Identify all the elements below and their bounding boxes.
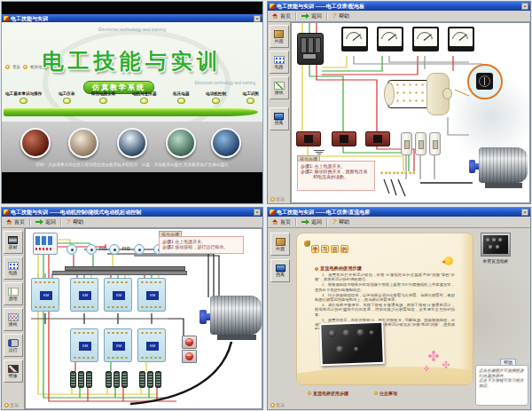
product-photo-motor (166, 128, 196, 158)
plug-icon (8, 339, 19, 347)
fuse-label: FU1 (99, 247, 107, 251)
back-arrow-icon (35, 219, 43, 225)
toolbar-separator (29, 218, 31, 226)
circuit-breaker[interactable] (297, 33, 324, 65)
menu-item-instruments[interactable]: 电工仪表 (59, 91, 74, 104)
sidebar-item-principle[interactable]: 原理 (4, 282, 23, 305)
menu-item-motor-control[interactable]: 电动机控制 (206, 91, 226, 104)
music-corner[interactable]: 音乐 (270, 196, 285, 202)
schematic-icon (8, 288, 19, 296)
sidebar-item-simulation[interactable]: 仿真 (270, 259, 290, 282)
english-tagline-sub: Electrician technology and training (194, 81, 255, 85)
main-menu: 电工基本常识与操作 电工仪表 照明电路安装 电机与变压器 低压电器 电动机控制 … (5, 91, 259, 104)
current-transformer (365, 131, 390, 146)
toolbar: 首页 返回 ?帮助 (268, 11, 530, 22)
green-swoosh-bar (4, 107, 258, 116)
menu-item-motor-transformer[interactable]: 电机与变压器 (132, 91, 157, 104)
home-button[interactable]: 首页 (270, 12, 293, 21)
menu-oval-icon[interactable] (20, 98, 27, 104)
titlebar[interactable]: 电工技能与实训 ——电动机控制\绕线式电动机起动控制 × (2, 208, 262, 217)
menu-item-basics[interactable]: 电工基本常识与操作 (5, 91, 42, 104)
contactor: KM (137, 328, 166, 362)
resistor-coil (113, 371, 120, 388)
close-icon[interactable]: × (521, 209, 528, 216)
sidebar-item-equipment[interactable]: 器材 (4, 231, 23, 254)
sidebar-item-simulation[interactable]: 仿真 (270, 107, 289, 130)
operation-steps: 步骤1: 合上电源开关。 步骤2: 拨动转换开关，观察电压表 和电流表的读数。 (297, 161, 375, 191)
switch-knob[interactable] (442, 88, 452, 99)
terminal-strip (380, 171, 415, 174)
back-button[interactable]: 返回 (300, 217, 324, 227)
back-button[interactable]: 返回 (34, 217, 58, 227)
ground-symbol (313, 149, 325, 155)
close-icon[interactable]: × (254, 209, 261, 216)
close-icon[interactable]: × (254, 15, 261, 22)
menu-item-lowvoltage[interactable]: 低压电器 (173, 91, 189, 104)
breaker-handle[interactable] (302, 53, 317, 59)
sidebar-item-circuit[interactable]: 电路 (270, 51, 289, 74)
rotary-switch[interactable] (387, 71, 451, 117)
window-icon (270, 4, 275, 9)
titlebar[interactable]: 电工技能与实训 ——电工仪表\直流电桥 × (268, 208, 530, 217)
music-icon (270, 403, 275, 407)
sidebar-item-circuit[interactable]: 电路 (4, 257, 23, 280)
toolbar-separator (326, 12, 328, 20)
toolbar-separator (295, 12, 297, 20)
operation-steps: 步骤1 合上电源开关。 步骤2 按动按钮，进行运行操作。 (159, 236, 244, 254)
switch-knob-zoom[interactable] (476, 73, 493, 90)
box-icon (274, 30, 284, 38)
menu-item-diagrams[interactable]: 电工识图 (243, 91, 259, 104)
link-precautions[interactable]: 注意事项 (374, 391, 397, 396)
help-button[interactable]: ?帮助 (65, 217, 85, 227)
english-tagline-top: Electrician technology and training (2, 27, 262, 32)
sidebar-item-wiring[interactable]: 接线 (270, 76, 289, 99)
music-corner[interactable]: 音乐 (270, 402, 285, 407)
contactor: KM (104, 328, 132, 362)
sidebar-item-appearance[interactable]: 外观 (270, 25, 289, 48)
window-title: 电工技能与实训 ——电工仪表\配电板 (277, 2, 520, 11)
home-button[interactable]: 首页 (270, 217, 293, 227)
sidebar-item-appearance[interactable]: 外观 (270, 233, 290, 256)
sidebar-item-run[interactable]: 运行 (4, 334, 23, 357)
sidebar-item-wiring[interactable]: 接线 (4, 308, 23, 331)
menu-oval-icon[interactable] (246, 98, 254, 104)
fuse-holder (429, 132, 441, 155)
music-corner[interactable]: 音乐 (4, 402, 19, 407)
menu-oval-icon[interactable] (99, 98, 107, 104)
credits-footer: 研制：大连海事大学信息工程学院信息化教育技术研究所 出版：高等教育出版社 高等教… (2, 162, 262, 167)
menu-oval-icon[interactable] (177, 98, 185, 104)
home-icon (272, 219, 278, 225)
analog-meter (412, 27, 439, 51)
back-button[interactable]: 返回 (300, 12, 324, 21)
push-button-sb2[interactable]: SB2 (182, 350, 197, 363)
menu-oval-icon[interactable] (140, 98, 148, 104)
fuse-label: FU2 (122, 247, 130, 251)
close-icon[interactable]: × (521, 3, 528, 10)
contactor: KM (70, 278, 98, 312)
window-icon (4, 16, 9, 21)
help-icon: ? (332, 12, 337, 20)
link-usage-steps[interactable]: 直流电桥使用步骤 (308, 391, 348, 396)
busbar (52, 271, 187, 275)
thumbnail-label: 单臂直流电桥 (477, 258, 514, 264)
push-button-sb1[interactable]: SB1 (182, 336, 197, 349)
titlebar[interactable]: 电工技能与实训 ——电工仪表\配电板 × (268, 2, 530, 11)
help-button[interactable]: ?帮助 (331, 12, 351, 21)
help-button[interactable]: ?帮助 (331, 217, 351, 227)
sidebar-item-maintenance[interactable]: 维修 (4, 360, 23, 383)
bridge-thumbnail[interactable] (481, 233, 511, 257)
fuse (109, 244, 120, 255)
circuit-icon (8, 262, 19, 270)
menu-oval-icon[interactable] (63, 98, 71, 104)
back-arrow-icon (301, 13, 309, 19)
usage-steps-text: 1、测量前先打开检流计锁扣，即将 G 接线柱处的金属板片由“内接”旋到“外接”，… (315, 273, 455, 329)
titlebar[interactable]: 电工技能与实训 × (2, 14, 262, 22)
circuit-breaker[interactable] (33, 233, 58, 255)
splash-screen: Electrician technology and training 音乐 相… (2, 22, 262, 172)
menu-item-lighting[interactable]: 照明电路安装 (91, 91, 116, 104)
analog-meter (448, 27, 474, 51)
home-button[interactable]: 首页 (4, 217, 27, 227)
current-transformer (296, 131, 321, 146)
content-heading-row: 直流电桥的使用步骤 (315, 265, 362, 272)
menu-oval-icon[interactable] (212, 98, 220, 104)
